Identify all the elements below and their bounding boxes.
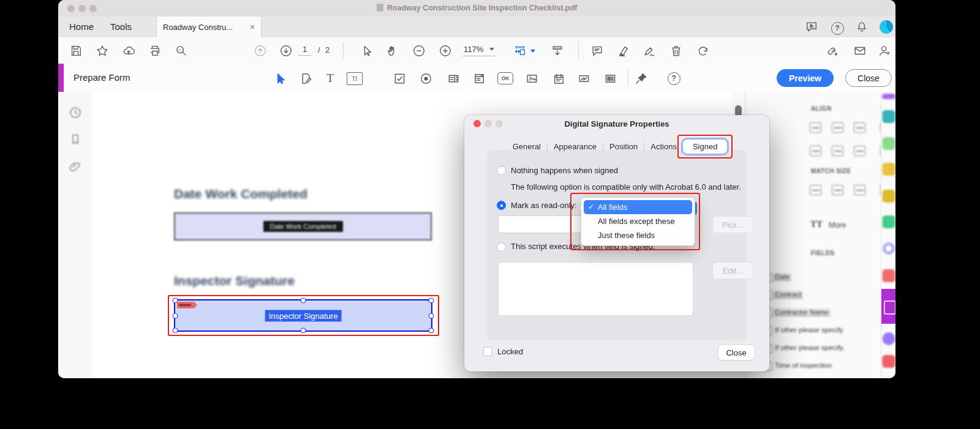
align-right-icon[interactable] [854,122,865,133]
create-pdf-tool-icon[interactable] [883,163,895,176]
resize-handle[interactable] [173,298,178,304]
search-icon[interactable] [174,43,189,58]
trash-icon[interactable] [669,43,684,58]
combine-files-tool-icon[interactable] [883,190,895,203]
zoom-in-icon[interactable] [438,43,453,58]
resize-handle[interactable] [429,328,434,334]
align-middle-icon[interactable] [832,146,843,156]
tab-close-icon[interactable]: × [250,22,255,32]
select-tool-icon[interactable] [360,43,374,58]
align-left-icon[interactable] [810,122,821,133]
pf-image-field-icon[interactable] [524,70,540,86]
dialog-tab-actions[interactable]: Actions [644,140,683,154]
cloud-upload-icon[interactable] [121,43,136,58]
organize-pages-tool-icon[interactable] [883,215,895,228]
tab-document[interactable]: Roadway Constru... × [156,17,262,37]
add-user-icon[interactable] [877,43,892,58]
inspector-signature-field[interactable]: Inspector Signature [174,299,432,332]
dialog-tab-signed[interactable]: Signed [683,140,727,154]
pf-edit-page-icon[interactable] [298,70,314,86]
redo-icon[interactable] [696,43,710,58]
sign-pen-icon[interactable] [642,43,657,58]
resize-handle[interactable] [301,328,306,334]
protect-tool-icon[interactable] [883,355,895,368]
tab-tools[interactable]: Tools [110,21,132,32]
date-work-completed-field[interactable]: Date Work Completed [174,212,432,241]
fill-sign-tool-icon[interactable] [883,332,895,345]
email-icon[interactable] [853,43,867,58]
redact-tool-icon[interactable] [883,269,895,282]
bookmarks-icon[interactable] [68,132,83,147]
compress-tool-icon[interactable] [883,242,895,255]
toolbar-collapse-icon[interactable] [550,43,565,58]
pf-add-text-icon[interactable]: T [322,70,338,86]
edit-button[interactable]: Edit... [712,262,753,279]
resize-handle[interactable] [173,313,178,318]
menu-option-just-these[interactable]: Just these fields [584,228,692,242]
match-width-icon[interactable] [810,185,821,195]
notifications-bell-icon[interactable] [854,20,869,34]
pf-select-tool-icon[interactable] [272,70,288,86]
pick-button[interactable]: Pick... [712,216,753,233]
next-page-icon[interactable] [279,43,293,58]
align-top-icon[interactable] [810,146,821,156]
comment-icon[interactable] [590,43,605,58]
pf-pin-icon[interactable] [633,70,649,86]
prepare-form-tool-active[interactable] [881,289,895,324]
hand-tool-icon[interactable] [385,43,400,58]
script-textarea[interactable] [498,262,693,316]
tab-home[interactable]: Home [69,21,94,32]
pf-date-field-icon[interactable] [551,70,567,86]
star-favorite-icon[interactable] [95,43,110,58]
pf-button-field-icon[interactable]: OK [497,70,513,86]
dialog-tab-position[interactable]: Position [603,140,644,154]
share-link-icon[interactable] [826,43,840,58]
pf-signature-field-icon[interactable] [576,70,592,86]
match-both-icon[interactable] [854,185,865,195]
print-icon[interactable] [148,43,162,58]
preview-button[interactable]: Preview [777,69,834,87]
pf-help-icon[interactable]: ? [666,70,682,86]
dialog-close-button[interactable]: Close [718,345,755,360]
locked-checkbox[interactable] [483,347,492,356]
help-icon[interactable]: ? [830,21,845,35]
resize-handle[interactable] [429,313,434,318]
highlighter-icon[interactable] [617,43,631,58]
prepare-form-title: Prepare Form [74,72,130,83]
more-label[interactable]: More [829,221,846,229]
align-center-icon[interactable] [832,122,843,133]
fit-width-icon[interactable] [513,43,527,58]
page-thumbnails-icon[interactable] [68,105,83,120]
menu-option-all-except[interactable]: All fields except these [584,214,692,228]
resize-handle[interactable] [301,298,306,304]
radio-nothing-happens[interactable] [497,166,506,175]
pf-close-button[interactable]: Close [845,69,892,87]
zoom-level-dropdown[interactable]: 117% [462,45,496,56]
previous-page-icon[interactable] [253,43,268,58]
user-avatar[interactable] [880,20,893,34]
pf-barcode-field-icon[interactable] [602,70,618,86]
menu-option-all-fields[interactable]: ✓ All fields [584,200,692,214]
pf-text-field-icon[interactable]: TI [347,70,363,86]
pf-listbox-field-icon[interactable] [471,70,487,86]
pf-checkbox-field-icon[interactable] [391,70,407,86]
radio-mark-read-only[interactable] [497,201,506,210]
resize-handle[interactable] [429,298,434,304]
align-bottom-icon[interactable] [854,146,865,156]
pf-radio-field-icon[interactable] [418,70,434,86]
resize-handle[interactable] [173,328,178,334]
fit-width-caret-icon[interactable] [530,50,535,53]
pf-dropdown-field-icon[interactable] [445,70,461,86]
export-pdf-tool-icon[interactable] [883,110,895,123]
match-height-icon[interactable] [832,185,843,195]
dialog-tab-general[interactable]: General [507,140,547,154]
save-icon[interactable] [69,43,83,58]
tool-rail-partial-icon[interactable] [882,94,895,99]
dialog-tab-appearance[interactable]: Appearance [548,140,603,154]
attachments-icon[interactable] [68,159,83,174]
page-number-input[interactable]: 1 [298,45,311,56]
radio-script-executes[interactable] [497,242,506,252]
feedback-icon[interactable] [804,20,819,34]
edit-pdf-tool-icon[interactable] [883,137,895,150]
zoom-out-icon[interactable] [412,43,426,58]
